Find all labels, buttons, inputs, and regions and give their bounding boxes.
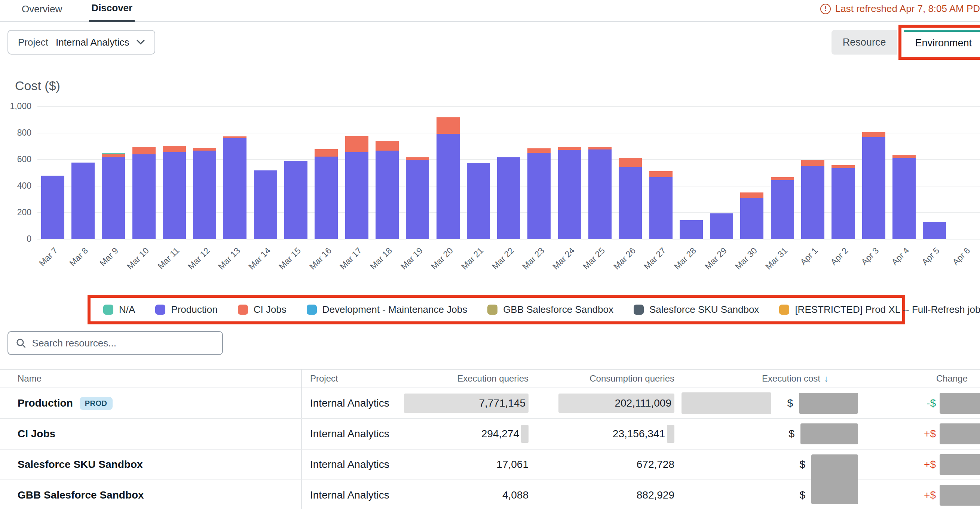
search-box	[8, 331, 223, 355]
x-axis-label: Mar 11	[156, 246, 181, 271]
legend-item[interactable]: Production	[155, 304, 217, 316]
cell-consumption-queries: 672,728	[530, 450, 676, 479]
bar-apr-2[interactable]	[828, 106, 858, 239]
bar-stack	[163, 146, 186, 239]
x-axis-label: Mar 15	[277, 246, 303, 272]
bar-apr-1[interactable]	[797, 106, 828, 239]
legend-item[interactable]: Development - Maintenance Jobs	[307, 304, 467, 316]
x-axis-label: Apr 3	[859, 246, 881, 267]
cell-name: GBB Salesforce Sandbox	[0, 480, 302, 509]
bar-mar-8[interactable]	[68, 106, 98, 239]
bar-stack	[832, 165, 855, 239]
legend-item[interactable]: CI Jobs	[238, 304, 286, 316]
bar-mar-29[interactable]	[706, 106, 737, 239]
project-dropdown[interactable]: Project Internal Analytics	[8, 30, 155, 55]
x-axis-slot: Mar 11	[159, 241, 189, 290]
x-axis-slot: Apr 3	[858, 241, 889, 290]
bar-mar-23[interactable]	[524, 106, 554, 239]
bar-segment-ci-jobs	[102, 154, 125, 157]
legend-item[interactable]: N/A	[103, 304, 135, 316]
top-tab-bar: Overview Discover ! Last refreshed Apr 7…	[0, 0, 980, 22]
cell-execution-queries: 7,771,145	[427, 388, 530, 418]
chevron-down-icon	[137, 40, 145, 45]
bar-segment-production	[132, 154, 156, 239]
bar-mar-20[interactable]	[433, 106, 463, 239]
bar-segment-ci-jobs	[558, 147, 581, 150]
bar-mar-12[interactable]	[189, 106, 220, 239]
currency-prefix: $	[799, 489, 805, 501]
bar-apr-6[interactable]	[950, 106, 980, 239]
environment-button[interactable]: Environment	[904, 30, 980, 55]
bar-mar-25[interactable]	[585, 106, 615, 239]
bar-stack	[527, 148, 550, 239]
column-header-consumption-queries[interactable]: Consumption queries	[530, 369, 676, 387]
x-axis-label: Apr 2	[829, 246, 850, 267]
bar-stack	[193, 148, 216, 239]
cell-execution-queries: 294,274	[427, 419, 530, 449]
table-row[interactable]: GBB Salesforce SandboxInternal Analytics…	[0, 480, 980, 509]
table-row[interactable]: ProductionPRODInternal Analytics7,771,14…	[0, 388, 980, 419]
column-header-project[interactable]: Project	[302, 373, 427, 384]
bar-mar-19[interactable]	[402, 106, 433, 239]
bar-mar-24[interactable]	[554, 106, 585, 239]
bar-mar-15[interactable]	[280, 106, 311, 239]
legend-label: CI Jobs	[254, 304, 286, 316]
column-header-execution-cost[interactable]: Execution cost ↓	[676, 369, 864, 387]
legend-swatch-icon	[103, 304, 113, 315]
bar-apr-4[interactable]	[889, 106, 919, 239]
bar-mar-14[interactable]	[250, 106, 280, 239]
table-row[interactable]: Salesforce SKU SandboxInternal Analytics…	[0, 450, 980, 480]
bar-mar-21[interactable]	[463, 106, 493, 239]
x-axis-label: Mar 20	[429, 246, 455, 272]
redacted-block	[811, 482, 858, 504]
redacted-block	[800, 423, 858, 444]
legend-item[interactable]: Salesforce SKU Sandbox	[634, 304, 759, 316]
bar-apr-3[interactable]	[858, 106, 889, 239]
bar-mar-16[interactable]	[311, 106, 342, 239]
bar-stack	[710, 213, 733, 239]
redacted-block	[681, 392, 771, 414]
x-axis-label: Mar 23	[520, 246, 546, 272]
bar-stack	[102, 153, 125, 239]
resources-table: Name Project Execution queries Consumpti…	[0, 369, 980, 509]
legend-item[interactable]: [RESTRICTED] Prod XL -- Full-Refresh job…	[779, 304, 980, 316]
redacted-block	[799, 393, 858, 414]
bar-mar-27[interactable]	[646, 106, 676, 239]
status-badge: PROD	[80, 397, 113, 410]
x-axis-slot: Mar 28	[676, 241, 706, 290]
table-row[interactable]: CI JobsInternal Analytics294,27423,156,3…	[0, 419, 980, 450]
bar-mar-13[interactable]	[220, 106, 250, 239]
bar-mar-10[interactable]	[129, 106, 159, 239]
bar-mar-18[interactable]	[372, 106, 402, 239]
x-axis-label: Mar 16	[307, 246, 334, 272]
bar-mar-7[interactable]	[37, 106, 68, 239]
column-header-execution-queries[interactable]: Execution queries	[427, 369, 530, 387]
bar-mar-11[interactable]	[159, 106, 189, 239]
bar-mar-26[interactable]	[615, 106, 646, 239]
cell-name: Salesforce SKU Sandbox	[0, 450, 302, 479]
bar-mar-30[interactable]	[737, 106, 767, 239]
bar-mar-17[interactable]	[342, 106, 372, 239]
resource-button[interactable]: Resource	[832, 30, 897, 55]
bar-mar-9[interactable]	[99, 106, 129, 239]
tab-overview[interactable]: Overview	[19, 3, 64, 21]
bar-mar-22[interactable]	[493, 106, 523, 239]
tab-discover[interactable]: Discover	[89, 2, 135, 22]
x-axis-label: Apr 1	[798, 246, 820, 267]
search-input[interactable]	[32, 338, 215, 349]
redacted-block	[940, 485, 980, 506]
bar-segment-ci-jobs	[193, 148, 216, 151]
bar-stack	[254, 170, 277, 239]
bar-mar-31[interactable]	[767, 106, 797, 239]
bar-apr-5[interactable]	[920, 106, 950, 239]
bar-stack	[375, 141, 399, 239]
bar-mar-28[interactable]	[676, 106, 706, 239]
x-axis-label: Mar 28	[672, 246, 698, 272]
sort-descending-icon[interactable]: ↓	[824, 373, 829, 384]
column-header-name[interactable]: Name	[0, 369, 302, 387]
bar-stack	[619, 158, 642, 239]
x-axis-slot: Mar 18	[372, 241, 402, 290]
column-header-change[interactable]: Change	[864, 369, 980, 387]
x-axis-label: Apr 5	[920, 246, 942, 267]
legend-item[interactable]: GBB Salesforce Sandbox	[487, 304, 613, 316]
